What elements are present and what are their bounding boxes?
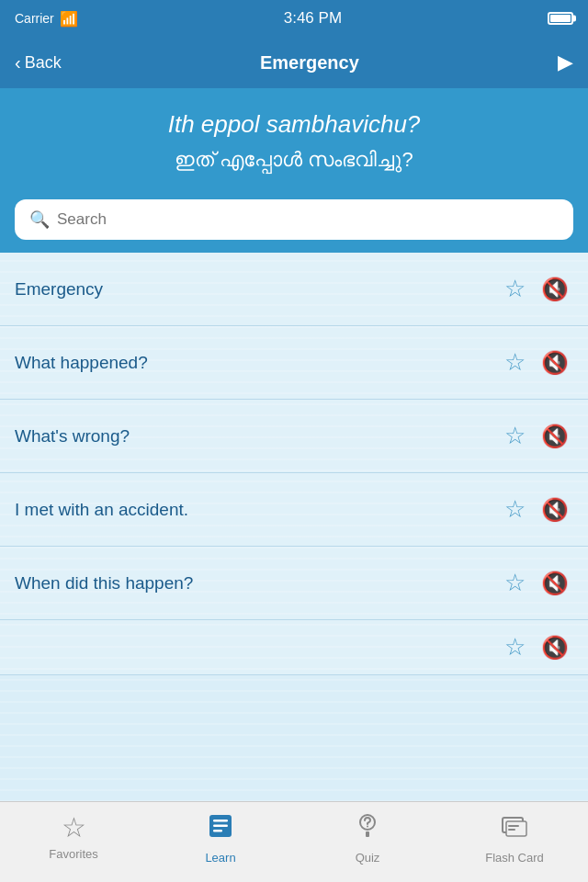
sound-button[interactable]: 🔇 bbox=[537, 492, 573, 528]
status-bar: Carrier 📶 3:46 PM bbox=[0, 0, 588, 37]
phrase-text: I met with an accident. bbox=[15, 500, 492, 520]
sound-button[interactable]: 🔇 bbox=[537, 565, 573, 602]
nav-bar: ‹ Back Emergency ▶ bbox=[0, 37, 588, 88]
favorites-icon: ☆ bbox=[62, 811, 86, 843]
tab-learn-label: Learn bbox=[205, 851, 235, 865]
quiz-icon bbox=[353, 811, 382, 847]
sound-icon: 🔇 bbox=[541, 635, 569, 661]
tab-flashcard-label: Flash Card bbox=[485, 851, 544, 865]
forward-arrow-icon: ▶ bbox=[558, 51, 573, 74]
tab-quiz[interactable]: Quiz bbox=[294, 811, 441, 865]
wifi-icon: 📶 bbox=[60, 10, 78, 28]
phrase-native: ഇത് എപ്പോൾ സംഭവിച്ചു? bbox=[22, 148, 566, 172]
star-button[interactable]: ☆ bbox=[496, 565, 533, 602]
tab-favorites-label: Favorites bbox=[49, 847, 97, 861]
star-button[interactable]: ☆ bbox=[496, 345, 533, 381]
phrase-banner: Ith eppol sambhavichu? ഇത് എപ്പോൾ സംഭവിച… bbox=[0, 88, 588, 190]
sound-icon: 🔇 bbox=[541, 497, 569, 523]
svg-rect-10 bbox=[508, 829, 515, 831]
search-container: 🔍 bbox=[0, 190, 588, 253]
back-button[interactable]: ‹ Back bbox=[15, 52, 62, 74]
tab-favorites[interactable]: ☆ Favorites bbox=[0, 811, 147, 861]
star-icon: ☆ bbox=[504, 633, 526, 662]
sound-button[interactable]: 🔇 bbox=[537, 345, 573, 381]
svg-rect-2 bbox=[213, 825, 228, 828]
svg-rect-3 bbox=[213, 830, 222, 832]
list-item[interactable]: What's wrong? ☆ 🔇 bbox=[0, 400, 588, 473]
phrase-english: Ith eppol sambhavichu? bbox=[22, 110, 566, 139]
search-box[interactable]: 🔍 bbox=[15, 199, 573, 240]
sound-button[interactable]: 🔇 bbox=[537, 629, 573, 666]
forward-button[interactable]: ▶ bbox=[558, 51, 573, 74]
sound-icon: 🔇 bbox=[541, 571, 569, 596]
search-input[interactable] bbox=[57, 210, 559, 229]
star-button[interactable]: ☆ bbox=[496, 418, 533, 455]
phrase-text: Emergency bbox=[15, 279, 492, 300]
sound-icon: 🔇 bbox=[541, 424, 569, 449]
carrier-label: Carrier bbox=[15, 11, 54, 26]
phrase-list: Emergency ☆ 🔇 What happened? ☆ 🔇 What's … bbox=[0, 253, 588, 802]
flashcard-icon bbox=[500, 811, 529, 847]
nav-title: Emergency bbox=[260, 52, 359, 74]
sound-icon: 🔇 bbox=[541, 350, 569, 376]
tab-bar: ☆ Favorites Learn Quiz bbox=[0, 801, 588, 882]
phrase-text: What happened? bbox=[15, 353, 492, 373]
svg-rect-6 bbox=[366, 831, 369, 837]
status-time: 3:46 PM bbox=[284, 9, 342, 28]
star-button[interactable]: ☆ bbox=[496, 271, 533, 308]
list-item[interactable]: When did this happen? ☆ 🔇 bbox=[0, 547, 588, 620]
battery-icon bbox=[548, 12, 573, 25]
star-icon: ☆ bbox=[504, 275, 526, 303]
list-item[interactable]: Emergency ☆ 🔇 bbox=[0, 253, 588, 326]
star-icon: ☆ bbox=[504, 495, 526, 524]
sound-button[interactable]: 🔇 bbox=[537, 271, 573, 308]
sound-button[interactable]: 🔇 bbox=[537, 418, 573, 455]
tab-learn[interactable]: Learn bbox=[147, 811, 294, 865]
status-right bbox=[548, 12, 573, 25]
star-button[interactable]: ☆ bbox=[496, 492, 533, 528]
sound-icon: 🔇 bbox=[541, 277, 569, 302]
star-icon: ☆ bbox=[504, 348, 526, 377]
svg-rect-1 bbox=[213, 820, 228, 822]
learn-icon bbox=[206, 811, 235, 847]
star-icon: ☆ bbox=[504, 422, 526, 450]
phrase-text: When did this happen? bbox=[15, 573, 492, 594]
svg-rect-9 bbox=[508, 825, 519, 827]
status-left: Carrier 📶 bbox=[15, 10, 78, 28]
star-button[interactable]: ☆ bbox=[496, 629, 533, 666]
back-chevron-icon: ‹ bbox=[15, 52, 21, 74]
phrase-text: What's wrong? bbox=[15, 426, 492, 447]
star-icon: ☆ bbox=[504, 569, 526, 597]
tab-flashcard[interactable]: Flash Card bbox=[441, 811, 588, 865]
search-icon: 🔍 bbox=[29, 209, 50, 230]
list-item[interactable]: I met with an accident. ☆ 🔇 bbox=[0, 473, 588, 547]
list-item[interactable]: What happened? ☆ 🔇 bbox=[0, 326, 588, 400]
svg-point-5 bbox=[367, 826, 368, 828]
back-label: Back bbox=[25, 53, 62, 73]
tab-quiz-label: Quiz bbox=[356, 851, 380, 865]
list-item[interactable]: ☆ 🔇 bbox=[0, 620, 588, 675]
